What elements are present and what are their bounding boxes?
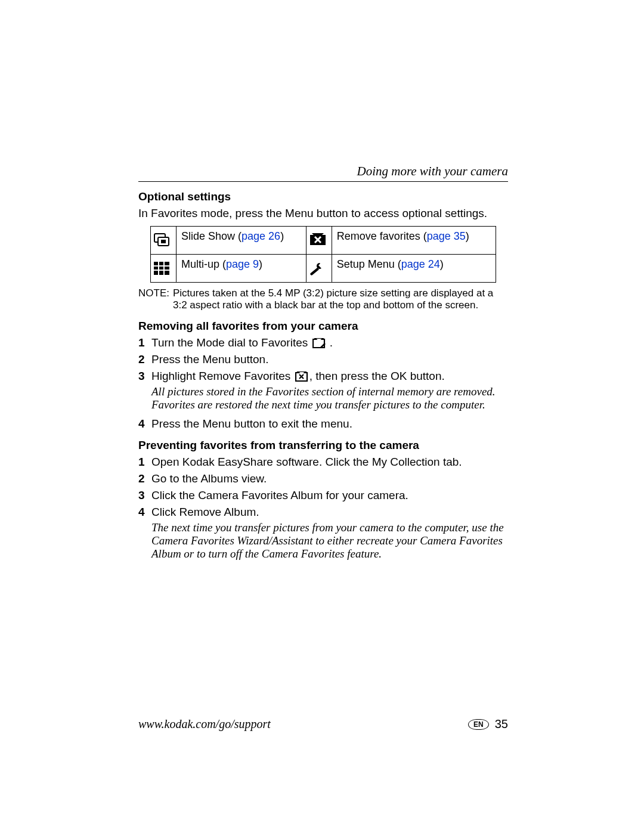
- svg-rect-2: [161, 240, 166, 243]
- step-body: Highlight Remove Favorites , then press …: [151, 370, 508, 414]
- step-text: .: [330, 336, 333, 349]
- heading-removing-favorites: Removing all favorites from your camera: [138, 320, 508, 333]
- page-number: 35: [495, 717, 508, 731]
- removing-steps: 1 Turn the Mode dial to Favorites . 2 Pr…: [138, 336, 508, 431]
- remove-favorites-label: Remove favorites (: [337, 230, 427, 242]
- multiup-label: Multi-up (: [181, 258, 226, 270]
- step-number: 3: [138, 370, 151, 414]
- note-body: Pictures taken at the 5.4 MP (3:2) pictu…: [173, 287, 508, 311]
- remove-favorites-page-link[interactable]: page 35: [427, 230, 466, 242]
- note-row: NOTE: Pictures taken at the 5.4 MP (3:2)…: [138, 287, 508, 311]
- slideshow-label: Slide Show (: [181, 230, 242, 242]
- language-badge: EN: [468, 719, 489, 730]
- multiup-icon: [153, 261, 174, 275]
- multiup-after: ): [259, 258, 262, 270]
- setup-menu-page-link[interactable]: page 24: [401, 258, 440, 270]
- step-text: Highlight Remove Favorites: [151, 370, 294, 382]
- step-result: All pictures stored in the Favorites sec…: [151, 385, 508, 411]
- remove-favorites-after: ): [466, 230, 469, 242]
- list-item: 2 Press the Menu button.: [138, 353, 508, 366]
- list-item: 4 Click Remove Album. The next time you …: [138, 506, 508, 563]
- slideshow-icon-cell: [151, 227, 177, 255]
- footer-right: EN 35: [468, 717, 508, 731]
- table-row: Slide Show (page 26) Remove favorites (p…: [151, 227, 496, 255]
- step-number: 2: [138, 472, 151, 485]
- remove-favorites-icon-cell: [306, 227, 332, 255]
- step-body: Press the Menu button to exit the menu.: [151, 417, 508, 431]
- optional-settings-table: Slide Show (page 26) Remove favorites (p…: [150, 226, 496, 283]
- step-text: Click Remove Album.: [151, 506, 259, 518]
- step-body: Click Remove Album. The next time you tr…: [151, 506, 508, 563]
- setup-menu-label: Setup Menu (: [337, 258, 401, 270]
- list-item: 4 Press the Menu button to exit the menu…: [138, 417, 508, 431]
- remove-favorites-cell: Remove favorites (page 35): [332, 227, 496, 255]
- slideshow-icon: [153, 233, 174, 248]
- optional-intro-text: In Favorites mode, press the Menu button…: [138, 207, 508, 220]
- step-body: Press the Menu button.: [151, 353, 508, 366]
- step-body: Open Kodak EasyShare software. Click the…: [151, 456, 508, 469]
- setup-menu-cell: Setup Menu (page 24): [332, 255, 496, 283]
- step-number: 4: [138, 506, 151, 563]
- multiup-page-link[interactable]: page 9: [226, 258, 259, 270]
- slideshow-page-link[interactable]: page 26: [242, 230, 280, 242]
- step-number: 1: [138, 456, 151, 469]
- setup-menu-after: ): [440, 258, 444, 270]
- step-body: Go to the Albums view.: [151, 472, 508, 485]
- footer-url: www.kodak.com/go/support: [138, 717, 271, 731]
- list-item: 3 Highlight Remove Favorites , then pres…: [138, 370, 508, 414]
- slideshow-cell: Slide Show (page 26): [177, 227, 306, 255]
- list-item: 1 Turn the Mode dial to Favorites .: [138, 336, 508, 349]
- step-body: Click the Camera Favorites Album for you…: [151, 489, 508, 502]
- wrench-icon: [309, 261, 329, 275]
- step-result: The next time you transfer pictures from…: [151, 521, 508, 561]
- multiup-icon-cell: [151, 255, 177, 283]
- page-footer: www.kodak.com/go/support EN 35: [138, 717, 508, 731]
- step-number: 1: [138, 336, 151, 349]
- step-body: Turn the Mode dial to Favorites .: [151, 336, 508, 349]
- list-item: 1 Open Kodak EasyShare software. Click t…: [138, 456, 508, 469]
- remove-favorites-icon: [309, 233, 329, 247]
- heading-preventing-transfer: Preventing favorites from transferring t…: [138, 439, 508, 452]
- step-number: 2: [138, 353, 151, 366]
- heading-optional-settings: Optional settings: [138, 190, 508, 203]
- step-number: 4: [138, 417, 151, 431]
- step-text: Turn the Mode dial to Favorites: [151, 336, 311, 349]
- running-header: Doing more with your camera: [138, 164, 508, 182]
- step-number: 3: [138, 489, 151, 502]
- table-row: Multi-up (page 9) Setup Menu (page 24): [151, 255, 496, 283]
- step-text: , then press the OK button.: [309, 370, 445, 382]
- page-content: Doing more with your camera Optional set…: [138, 164, 508, 569]
- favorites-mode-icon: [312, 338, 326, 349]
- note-label: NOTE:: [138, 287, 173, 311]
- list-item: 2 Go to the Albums view.: [138, 472, 508, 485]
- slideshow-after: ): [280, 230, 284, 242]
- remove-favorites-inline-icon: [295, 371, 308, 382]
- preventing-steps: 1 Open Kodak EasyShare software. Click t…: [138, 456, 508, 563]
- setup-menu-icon-cell: [306, 255, 332, 283]
- list-item: 3 Click the Camera Favorites Album for y…: [138, 489, 508, 502]
- svg-rect-5: [154, 262, 169, 275]
- multiup-cell: Multi-up (page 9): [177, 255, 306, 283]
